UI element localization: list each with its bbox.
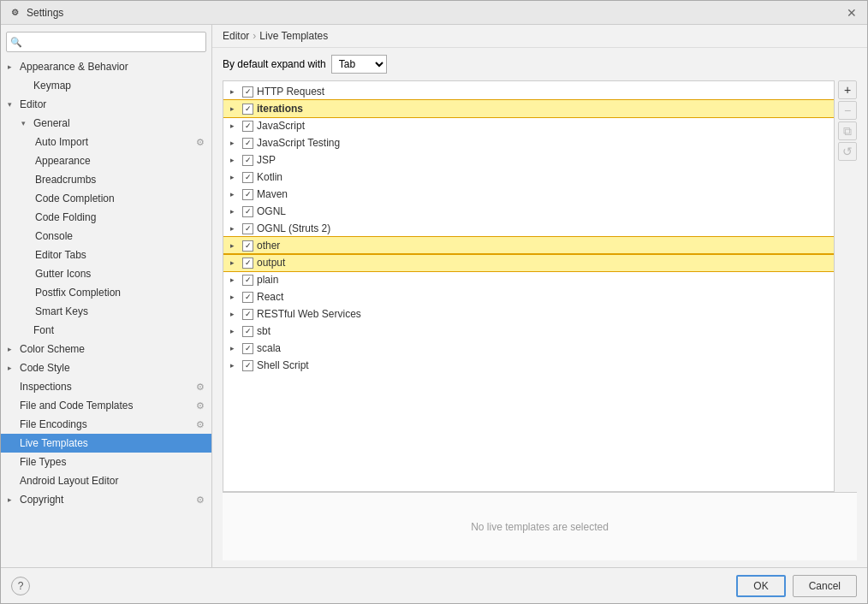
sidebar-item-copyright[interactable]: ▸Copyright⚙ [1,490,211,509]
settings-dialog: ⚙ Settings ✕ 🔍 ▸Appearance & Behavior Ke… [0,0,868,604]
content-area: 🔍 ▸Appearance & Behavior Keymap▾Editor▾G… [1,25,867,567]
checkbox-kotlin[interactable] [242,172,253,183]
checkbox-plain[interactable] [242,275,253,286]
footer-help: ? [11,577,30,595]
sidebar-item-inspections[interactable]: Inspections⚙ [1,377,211,396]
sidebar-label-editor: Editor [20,98,46,110]
sidebar-item-appearance[interactable]: Appearance [1,151,211,170]
sidebar-item-live-templates[interactable]: Live Templates [1,434,211,453]
checkbox-iterations[interactable] [242,104,253,115]
help-button[interactable]: ? [11,577,30,595]
checkbox-shell-script[interactable] [242,360,253,371]
checkbox-jsp[interactable] [242,155,253,166]
settings-icon-copyright: ⚙ [196,494,205,506]
close-button[interactable]: ✕ [843,4,860,21]
checkbox-ognl-struts[interactable] [242,223,253,234]
checkbox-scala[interactable] [242,343,253,354]
sidebar-item-console[interactable]: Console [1,227,211,246]
expand-javascript-testing: ▸ [230,139,239,147]
list-item-sbt[interactable]: ▸sbt [223,323,834,340]
search-input[interactable] [25,36,202,48]
expand-other: ▸ [230,241,239,250]
expand-sbt: ▸ [230,327,239,335]
sidebar-item-code-completion[interactable]: Code Completion [1,189,211,208]
expand-arrow-code-style: ▸ [8,364,16,372]
list-item-plain[interactable]: ▸plain [223,271,834,288]
sidebar-label-copyright: Copyright [20,494,63,506]
expand-ognl-struts: ▸ [230,224,239,233]
sidebar-list: ▸Appearance & Behavior Keymap▾Editor▾Gen… [1,57,211,509]
toolbar-row: By default expand with Tab Enter Space [223,55,857,74]
checkbox-restful[interactable] [242,309,253,320]
list-item-kotlin[interactable]: ▸Kotlin [223,169,834,186]
expand-dropdown[interactable]: Tab Enter Space [331,55,387,74]
checkbox-javascript[interactable] [242,121,253,132]
list-item-javascript-testing[interactable]: ▸JavaScript Testing [223,134,834,151]
list-item-http-request[interactable]: ▸HTTP Request [223,83,834,100]
sidebar-label-inspections: Inspections [20,381,72,393]
breadcrumb-part-1: Editor [223,30,249,42]
sidebar-label-smart-keys: Smart Keys [35,305,88,317]
list-item-output[interactable]: ▸output [223,254,834,271]
checkbox-ognl[interactable] [242,206,253,217]
sidebar-item-smart-keys[interactable]: Smart Keys [1,302,211,321]
label-react: React [257,291,283,303]
breadcrumb-part-2: Live Templates [259,30,328,42]
checkbox-http-request[interactable] [242,86,253,98]
cancel-button[interactable]: Cancel [793,575,857,597]
search-box[interactable]: 🔍 [6,32,206,52]
sidebar-item-editor-tabs[interactable]: Editor Tabs [1,246,211,264]
checkbox-maven[interactable] [242,189,253,200]
list-item-shell-script[interactable]: ▸Shell Script [223,357,834,374]
sidebar-label-appearance: Appearance [35,155,91,167]
list-item-ognl[interactable]: ▸OGNL [223,203,834,220]
sidebar-item-general[interactable]: ▾General [1,114,211,133]
sidebar-item-code-style[interactable]: ▸Code Style [1,358,211,377]
list-item-maven[interactable]: ▸Maven [223,186,834,203]
sidebar-item-color-scheme[interactable]: ▸Color Scheme [1,340,211,358]
sidebar-item-keymap[interactable]: Keymap [1,76,211,95]
sidebar-item-file-code-templates[interactable]: File and Code Templates⚙ [1,396,211,415]
list-item-javascript[interactable]: ▸JavaScript [223,117,834,134]
expand-http-request: ▸ [230,87,239,96]
sidebar-item-editor[interactable]: ▾Editor [1,95,211,114]
copy-button: ⧉ [838,121,857,140]
checkbox-other[interactable] [242,240,253,252]
sidebar-label-breadcrumbs: Breadcrumbs [35,174,96,186]
list-item-ognl-struts[interactable]: ▸OGNL (Struts 2) [223,220,834,237]
list-item-jsp[interactable]: ▸JSP [223,151,834,169]
expand-output: ▸ [230,258,239,267]
sidebar-item-auto-import[interactable]: Auto Import⚙ [1,133,211,151]
status-message: No live templates are selected [471,521,609,533]
ok-button[interactable]: OK [736,575,785,597]
sidebar-item-android-layout-editor[interactable]: Android Layout Editor [1,471,211,490]
expand-label: By default expand with [223,58,326,70]
template-list: ▸HTTP Request▸iterations▸JavaScript▸Java… [223,80,835,492]
sidebar-item-appearance-behavior[interactable]: ▸Appearance & Behavior [1,57,211,76]
add-button[interactable]: + [838,80,857,99]
checkbox-javascript-testing[interactable] [242,138,253,149]
sidebar-item-file-encodings[interactable]: File Encodings⚙ [1,415,211,434]
checkbox-output[interactable] [242,258,253,269]
sidebar-label-code-style: Code Style [20,362,70,374]
checkbox-sbt[interactable] [242,326,253,337]
checkbox-react[interactable] [242,292,253,303]
list-item-iterations[interactable]: ▸iterations [223,100,834,117]
sidebar-item-gutter-icons[interactable]: Gutter Icons [1,264,211,283]
sidebar-label-keymap: Keymap [33,80,71,92]
label-javascript: JavaScript [257,120,305,132]
sidebar-item-font[interactable]: Font [1,321,211,340]
expand-arrow-editor: ▾ [8,100,16,109]
sidebar-item-breadcrumbs[interactable]: Breadcrumbs [1,170,211,189]
list-item-restful[interactable]: ▸RESTful Web Services [223,305,834,323]
list-item-react[interactable]: ▸React [223,288,834,305]
list-item-scala[interactable]: ▸scala [223,340,834,357]
label-ognl-struts: OGNL (Struts 2) [257,222,330,234]
list-item-other[interactable]: ▸other [223,237,834,254]
sidebar-item-postfix-completion[interactable]: Postfix Completion [1,283,211,302]
sidebar-item-file-types[interactable]: File Types [1,453,211,471]
expand-jsp: ▸ [230,156,239,164]
remove-button: − [838,101,857,120]
app-icon: ⚙ [8,6,21,20]
sidebar-item-code-folding[interactable]: Code Folding [1,208,211,227]
